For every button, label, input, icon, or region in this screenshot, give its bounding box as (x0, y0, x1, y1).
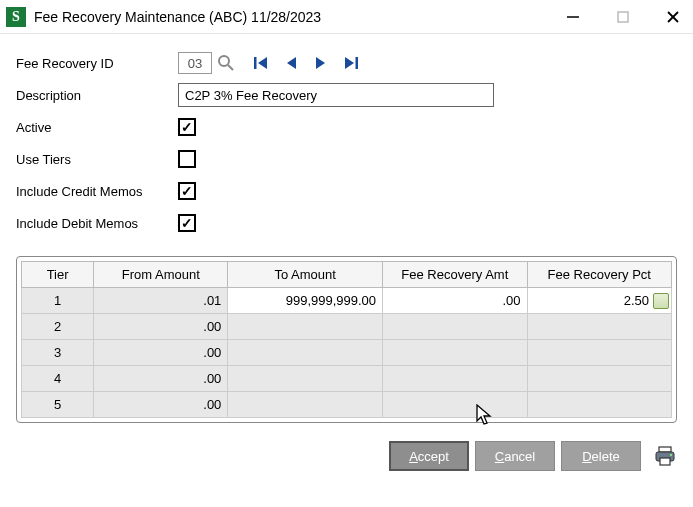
svg-point-4 (219, 56, 229, 66)
from-amount-cell[interactable]: .00 (94, 366, 228, 392)
tier-cell[interactable]: 5 (22, 392, 94, 418)
use-tiers-checkbox[interactable] (178, 150, 196, 168)
tier-cell[interactable]: 1 (22, 288, 94, 314)
col-header-from[interactable]: From Amount (94, 262, 228, 288)
svg-point-16 (670, 454, 672, 456)
svg-rect-1 (618, 12, 628, 22)
description-label: Description (16, 88, 178, 103)
active-checkbox[interactable] (178, 118, 196, 136)
fee-recovery-pct-cell[interactable] (527, 392, 671, 418)
from-amount-cell[interactable]: .01 (94, 288, 228, 314)
table-row[interactable]: 3.00 (22, 340, 672, 366)
description-input[interactable] (178, 83, 494, 107)
svg-rect-6 (254, 57, 257, 69)
col-header-amt[interactable]: Fee Recovery Amt (383, 262, 527, 288)
fee-recovery-amt-cell[interactable] (383, 392, 527, 418)
nav-last-icon[interactable] (340, 52, 362, 74)
include-credit-memos-checkbox[interactable] (178, 182, 196, 200)
fee-recovery-amt-cell[interactable]: .00 (383, 288, 527, 314)
active-label: Active (16, 120, 178, 135)
col-header-pct[interactable]: Fee Recovery Pct (527, 262, 671, 288)
close-button[interactable] (661, 5, 685, 29)
print-icon[interactable] (651, 443, 679, 469)
fee-recovery-id-label: Fee Recovery ID (16, 56, 178, 71)
nav-prev-icon[interactable] (280, 52, 302, 74)
include-credit-memos-label: Include Credit Memos (16, 184, 178, 199)
fee-recovery-pct-cell[interactable] (527, 340, 671, 366)
maximize-button[interactable] (611, 5, 635, 29)
fee-recovery-amt-cell[interactable] (383, 340, 527, 366)
tier-cell[interactable]: 4 (22, 366, 94, 392)
to-amount-cell[interactable] (228, 366, 383, 392)
accept-button[interactable]: Accept (389, 441, 469, 471)
fee-recovery-amt-cell[interactable] (383, 366, 527, 392)
col-header-tier[interactable]: Tier (22, 262, 94, 288)
include-debit-memos-checkbox[interactable] (178, 214, 196, 232)
use-tiers-label: Use Tiers (16, 152, 178, 167)
nav-next-icon[interactable] (310, 52, 332, 74)
calculator-icon[interactable] (653, 293, 669, 309)
to-amount-cell[interactable] (228, 392, 383, 418)
tier-cell[interactable]: 3 (22, 340, 94, 366)
fee-recovery-pct-cell[interactable]: 2.50 (527, 288, 671, 314)
fee-recovery-pct-cell[interactable] (527, 366, 671, 392)
delete-button[interactable]: Delete (561, 441, 641, 471)
svg-rect-15 (660, 458, 670, 465)
table-row[interactable]: 1.01999,999,999.00.002.50 (22, 288, 672, 314)
include-debit-memos-label: Include Debit Memos (16, 216, 178, 231)
from-amount-cell[interactable]: .00 (94, 392, 228, 418)
fee-recovery-pct-cell[interactable] (527, 314, 671, 340)
window-title: Fee Recovery Maintenance (ABC) 11/28/202… (34, 9, 561, 25)
svg-marker-8 (287, 57, 296, 69)
svg-marker-7 (258, 57, 267, 69)
from-amount-cell[interactable]: .00 (94, 340, 228, 366)
to-amount-cell[interactable] (228, 340, 383, 366)
lookup-icon[interactable] (214, 51, 238, 75)
to-amount-cell[interactable] (228, 314, 383, 340)
to-amount-cell[interactable]: 999,999,999.00 (228, 288, 383, 314)
from-amount-cell[interactable]: .00 (94, 314, 228, 340)
tier-grid: Tier From Amount To Amount Fee Recovery … (16, 256, 677, 423)
nav-first-icon[interactable] (250, 52, 272, 74)
footer-buttons: Accept Cancel Delete (0, 431, 693, 481)
svg-marker-9 (316, 57, 325, 69)
tier-cell[interactable]: 2 (22, 314, 94, 340)
fee-recovery-id-input[interactable] (178, 52, 212, 74)
col-header-to[interactable]: To Amount (228, 262, 383, 288)
svg-line-5 (228, 65, 233, 70)
title-bar: S Fee Recovery Maintenance (ABC) 11/28/2… (0, 0, 693, 34)
svg-marker-10 (345, 57, 354, 69)
svg-rect-13 (659, 447, 671, 452)
svg-rect-11 (356, 57, 359, 69)
app-icon: S (6, 7, 26, 27)
fee-recovery-amt-cell[interactable] (383, 314, 527, 340)
table-row[interactable]: 4.00 (22, 366, 672, 392)
cancel-button[interactable]: Cancel (475, 441, 555, 471)
table-row[interactable]: 5.00 (22, 392, 672, 418)
table-row[interactable]: 2.00 (22, 314, 672, 340)
minimize-button[interactable] (561, 5, 585, 29)
